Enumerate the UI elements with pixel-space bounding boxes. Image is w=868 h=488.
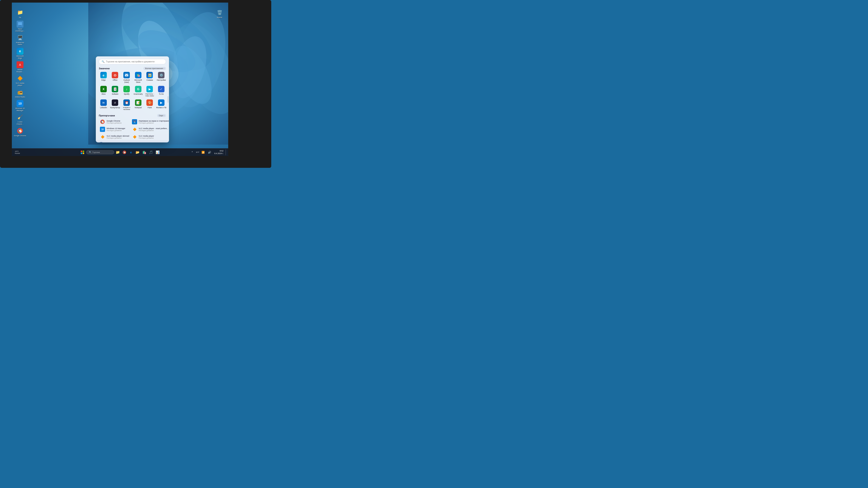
recommended-section: Препоръчани Още › xyxy=(96,114,169,140)
pinned-apps-grid: e Edge O Office Outlook (new) 🛍️ Microso… xyxy=(96,71,169,113)
pinned-grammarly[interactable]: G Grammarly xyxy=(133,85,144,98)
taskbar-center: 🔍 Търсене 📁 xyxy=(80,149,161,155)
svg-point-27 xyxy=(102,121,103,123)
rec-chrome-info: Google Chrome Последно добавени xyxy=(106,120,129,124)
svg-rect-29 xyxy=(83,151,84,152)
svg-rect-17 xyxy=(19,25,21,26)
rec-vlc-reset-icon: 🔶 xyxy=(132,127,137,132)
tray-expand[interactable]: ^ xyxy=(189,149,195,155)
rec-vlc-media[interactable]: 🔶 VLC media player Последно добавени xyxy=(131,133,169,140)
desktop-icon-folder-hp[interactable]: 📁 hp xyxy=(13,9,27,19)
pinned-solitaire[interactable]: 🃏 Solitaire xyxy=(110,85,121,98)
pinned-xbox[interactable]: X Xbox xyxy=(98,85,109,98)
user-area[interactable]: 👤 hp xyxy=(99,142,107,142)
monitor-frame: 📁 hp Твоятcounting.p... 🖥️ КомпютерNaNo … xyxy=(0,0,271,168)
start-search-input[interactable] xyxy=(106,61,163,63)
svg-rect-23 xyxy=(125,74,128,76)
rec-snip-icon: ✂️ xyxy=(132,119,137,124)
tray-network[interactable]: 📶 xyxy=(200,149,206,155)
screen: 📁 hp Твоятcounting.p... 🖥️ КомпютерNaNo … xyxy=(12,3,228,156)
pinned-edge[interactable]: e Edge xyxy=(98,71,109,84)
taskbar-excel[interactable]: 📊 xyxy=(155,149,161,155)
rec-vlc-skinned[interactable]: 🔶 VLC media player skinned Последно доба… xyxy=(99,133,130,140)
more-button[interactable]: Още › xyxy=(157,114,166,117)
taskbar-chrome[interactable] xyxy=(121,149,127,155)
tray-volume[interactable]: 🔊 xyxy=(207,149,213,155)
pinned-calculator[interactable]: # Калкулатор xyxy=(110,98,121,111)
start-footer: 👤 hp ⏻ xyxy=(96,140,169,142)
taskbar-left: 19°C Humid xyxy=(12,150,21,155)
rec-win10-icon: 10 xyxy=(100,127,105,132)
rec-screen-snip[interactable]: ✂️ Изрязване на екран и стартиране... По… xyxy=(131,118,169,125)
scroll-indicator xyxy=(168,96,168,103)
language-indicator[interactable]: БГР xyxy=(196,151,200,153)
recommended-title: Препоръчани xyxy=(99,114,115,117)
pinned-notepad[interactable]: 📝 Notepad xyxy=(133,98,144,111)
start-button[interactable] xyxy=(80,149,86,155)
rec-vlc-skinned-icon: 🔶 xyxy=(100,134,105,139)
weather-widget: 19°C Humid xyxy=(13,150,21,155)
pinned-spotify[interactable]: ♪ Spotify xyxy=(121,85,132,98)
taskbar-search[interactable]: 🔍 Търсене xyxy=(86,150,114,154)
recommended-grid: Google Chrome Последно добавени ✂️ Изряз… xyxy=(99,118,166,140)
svg-point-35 xyxy=(124,152,125,153)
taskbar-edge[interactable]: e xyxy=(128,149,134,155)
pinned-section-header: Закачени Всички приложения › xyxy=(96,66,169,71)
pinned-snimki[interactable]: 🖼️ Снимки xyxy=(144,71,155,84)
rec-snip-info: Изрязване на екран и стартиране... После… xyxy=(138,120,169,124)
svg-rect-30 xyxy=(81,153,82,154)
pinned-outlook[interactable]: Outlook (new) xyxy=(121,71,132,84)
desktop-icon-ms-edge[interactable]: e MicrosoftEdge xyxy=(13,48,27,59)
desktop-icons-left: 📁 hp Твоятcounting.p... 🖥️ КомпютерNaNo … xyxy=(13,9,27,137)
start-search-bar[interactable]: 🔍 xyxy=(99,59,166,64)
desktop-icon-vlc[interactable]: 🔶 VLC mediaplayer xyxy=(13,75,27,86)
taskbar-store[interactable]: 🛍️ xyxy=(142,149,148,155)
start-menu: 🔍 Закачени Всички приложения › e Edge xyxy=(96,56,169,142)
rec-vlc-reset-info: VLC media player - reset prefere... Посл… xyxy=(138,127,169,131)
pinned-clipchamp[interactable]: ▶ Clipchamp –Video Editor xyxy=(144,85,155,98)
start-search-icon: 🔍 xyxy=(102,60,104,63)
desktop-icon-computer-mgmt[interactable]: 🖥️ КомпютерNaNo xyxy=(13,34,27,45)
pinned-todo[interactable]: ✓ To Do xyxy=(156,85,167,98)
recommended-header: Препоръчани Още › xyxy=(99,114,166,117)
pinned-ms-store[interactable]: 🛍️ Microsoft Store xyxy=(133,71,144,84)
taskbar-file-explorer[interactable]: 📁 xyxy=(115,149,121,155)
pinned-alarms[interactable]: ⏰ Аларми ичасовник xyxy=(121,98,132,111)
rec-chrome[interactable]: Google Chrome Последно добавени xyxy=(99,118,130,125)
pinned-settings[interactable]: ⚙️ Настройки xyxy=(156,71,167,84)
clock-date: 8.4.2024 г. xyxy=(214,152,223,155)
taskbar-explorer[interactable]: 📂 xyxy=(135,149,141,155)
desktop-icon-win10-manager[interactable]: 10 Windows 10Manager xyxy=(13,100,27,111)
taskbar: 19°C Humid 🔍 Търсене xyxy=(12,148,228,156)
rec-vlc-reset[interactable]: 🔶 VLC media player - reset prefere... По… xyxy=(131,126,169,133)
taskbar-search-icon: 🔍 xyxy=(89,151,92,154)
pinned-paint[interactable]: 🎨 Paint xyxy=(144,98,155,111)
desktop-icons-right: 🗑️ Кошче xyxy=(213,9,226,19)
taskbar-media[interactable]: 🎵 xyxy=(148,149,154,155)
rec-win10-manager[interactable]: 10 Windows 10 Manager Последно добавени xyxy=(99,126,130,133)
system-tray: ^ БГР 📶 🔊 xyxy=(189,149,213,155)
desktop-icon-radio[interactable]: 📻 Online Radio xyxy=(13,89,27,98)
pinned-office[interactable]: O Office xyxy=(110,71,121,84)
show-desktop-btn[interactable] xyxy=(226,149,226,155)
rec-vlc-media-icon: 🔶 xyxy=(132,134,137,139)
user-avatar: 👤 xyxy=(99,142,103,142)
pinned-section-title: Закачени xyxy=(99,67,110,70)
svg-point-21 xyxy=(19,130,21,132)
rec-vlc-media-info: VLC media player Последно добавени xyxy=(138,135,169,139)
taskbar-right: ^ БГР 📶 🔊 8:52 8.4.2024 г. xyxy=(189,149,228,155)
desktop-icon-your-counting[interactable]: Твоятcounting.p... xyxy=(13,21,27,32)
desktop-icon-recycle-bin[interactable]: 🗑️ Кошче xyxy=(213,9,226,19)
desktop-icon-1click-cleaner[interactable]: 🧹 1-clickCleane... xyxy=(13,113,27,125)
pinned-linkedin[interactable]: in LinkedIn xyxy=(98,98,109,111)
desktop-icon-adobe[interactable]: A AdobeReader... xyxy=(13,61,27,73)
clock-widget[interactable]: 8:52 8.4.2024 г. xyxy=(214,149,224,155)
all-apps-button[interactable]: Всички приложения › xyxy=(143,67,166,70)
power-button[interactable]: ⏻ xyxy=(160,141,166,142)
rec-vlc-skinned-info: VLC media player skinned Последно добаве… xyxy=(106,135,129,139)
pinned-movies-tv[interactable]: ▶ Филми и ТВ xyxy=(156,98,167,111)
svg-rect-31 xyxy=(83,153,84,154)
desktop-icon-chrome[interactable]: Google Chrome xyxy=(13,127,27,137)
svg-rect-28 xyxy=(81,151,82,152)
svg-rect-16 xyxy=(18,22,22,25)
